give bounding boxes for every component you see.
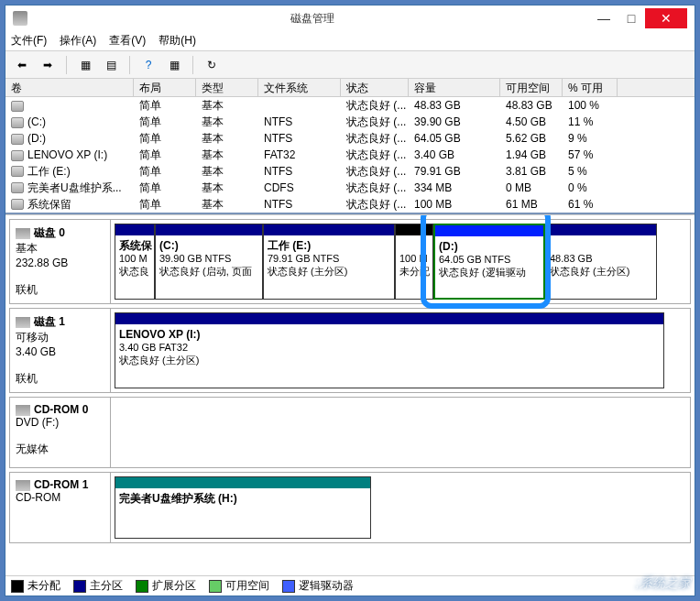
cell: FAT32 bbox=[258, 148, 341, 161]
partition[interactable]: 完美者U盘维护系统 (H:) bbox=[115, 476, 371, 539]
volume-row[interactable]: 完美者U盘维护系...简单基本CDFS状态良好 (...334 MB0 MB0 … bbox=[5, 180, 695, 196]
disk-partitions: LENOVO XP (I:)3.40 GB FAT32状态良好 (主分区) bbox=[111, 309, 690, 392]
minimize-button[interactable]: — bbox=[590, 8, 618, 28]
toolbar-btn-1[interactable]: ▦ bbox=[74, 54, 96, 76]
cell: 状态良好 (... bbox=[341, 115, 409, 130]
partition[interactable]: LENOVO XP (I:)3.40 GB FAT32状态良好 (主分区) bbox=[115, 312, 664, 388]
cell: 基本 bbox=[196, 148, 258, 163]
column-header[interactable]: 状态 bbox=[341, 79, 409, 96]
menubar: 文件(F) 操作(A) 查看(V) 帮助(H) bbox=[5, 31, 695, 51]
cell: 状态良好 (... bbox=[341, 98, 409, 114]
cell: 状态良好 (... bbox=[341, 131, 409, 147]
toolbar-separator bbox=[192, 56, 193, 74]
cell: 61 MB bbox=[500, 198, 563, 211]
partition[interactable]: 100 M未分配 bbox=[395, 224, 433, 300]
disk-info[interactable]: CD-ROM 1CD-ROM bbox=[10, 473, 111, 542]
legend-label: 可用空间 bbox=[225, 578, 269, 594]
volume-row[interactable]: (D:)简单基本NTFS状态良好 (...64.05 GB5.62 GB9 % bbox=[5, 130, 695, 147]
column-header[interactable]: 卷 bbox=[5, 79, 134, 96]
menu-action[interactable]: 操作(A) bbox=[60, 33, 96, 49]
cell: 基本 bbox=[196, 180, 258, 196]
close-button[interactable]: ✕ bbox=[645, 8, 687, 28]
column-header[interactable]: % 可用 bbox=[563, 79, 618, 96]
cell: 基本 bbox=[196, 164, 258, 180]
legend-label: 逻辑驱动器 bbox=[299, 578, 354, 594]
volume-row[interactable]: 系统保留简单基本NTFS状态良好 (...100 MB61 MB61 % bbox=[5, 196, 695, 213]
column-header[interactable]: 容量 bbox=[409, 79, 500, 96]
partition[interactable]: 48.83 GB状态良好 (主分区) bbox=[545, 224, 657, 300]
refresh-button[interactable]: ↻ bbox=[201, 54, 223, 76]
volume-icon bbox=[11, 199, 24, 210]
cell: 5.62 GB bbox=[500, 132, 563, 145]
cell: 简单 bbox=[134, 98, 196, 114]
legend-swatch bbox=[11, 580, 24, 593]
column-header[interactable]: 文件系统 bbox=[258, 79, 341, 96]
disk-info[interactable]: CD-ROM 0DVD (F:)无媒体 bbox=[10, 398, 111, 467]
disk-info[interactable]: 磁盘 1可移动3.40 GB联机 bbox=[10, 309, 111, 392]
back-button[interactable]: ⬅ bbox=[11, 54, 33, 76]
titlebar[interactable]: 磁盘管理 — □ ✕ bbox=[5, 5, 695, 31]
cell: 64.05 GB bbox=[409, 132, 500, 145]
cell: LENOVO XP (I:) bbox=[5, 148, 134, 161]
volume-row[interactable]: (C:)简单基本NTFS状态良好 (...39.90 GB4.50 GB11 % bbox=[5, 114, 695, 130]
cell: NTFS bbox=[258, 132, 341, 145]
cd-icon bbox=[16, 480, 30, 491]
menu-help[interactable]: 帮助(H) bbox=[159, 33, 196, 49]
toolbar-btn-2[interactable]: ▤ bbox=[100, 54, 122, 76]
partition-body: 系统保100 M状态良 bbox=[115, 235, 154, 299]
partition-body: (D:)64.05 GB NTFS状态良好 (逻辑驱动 bbox=[435, 236, 543, 298]
help-icon[interactable]: ? bbox=[137, 54, 159, 76]
disk-partitions: 完美者U盘维护系统 (H:) bbox=[111, 473, 690, 542]
partition-header bbox=[156, 224, 262, 235]
column-header[interactable]: 布局 bbox=[134, 79, 196, 96]
volume-list-header: 卷布局类型文件系统状态容量可用空间% 可用 bbox=[5, 79, 695, 97]
cell: 基本 bbox=[196, 98, 258, 114]
legend-item: 逻辑驱动器 bbox=[282, 578, 354, 594]
disk-icon bbox=[16, 228, 30, 239]
partition-body: 48.83 GB状态良好 (主分区) bbox=[546, 235, 656, 299]
partition[interactable]: (D:)64.05 GB NTFS状态良好 (逻辑驱动 bbox=[433, 224, 545, 300]
cell: 79.91 GB bbox=[409, 165, 500, 178]
volume-row[interactable]: LENOVO XP (I:)简单基本FAT32状态良好 (...3.40 GB1… bbox=[5, 147, 695, 163]
maximize-button[interactable]: □ bbox=[618, 8, 645, 28]
cell: 5 % bbox=[563, 165, 618, 178]
volume-icon bbox=[11, 150, 24, 161]
cell: 100 % bbox=[563, 99, 618, 112]
partition[interactable]: (C:)39.90 GB NTFS状态良好 (启动, 页面 bbox=[155, 224, 263, 300]
partition-body: (C:)39.90 GB NTFS状态良好 (启动, 页面 bbox=[156, 235, 262, 299]
disk-management-window: 磁盘管理 — □ ✕ 文件(F) 操作(A) 查看(V) 帮助(H) ⬅ ➡ ▦… bbox=[5, 5, 695, 596]
cell bbox=[5, 99, 134, 112]
partition-header bbox=[396, 224, 432, 235]
legend-item: 扩展分区 bbox=[136, 578, 196, 594]
disk-info[interactable]: 磁盘 0基本232.88 GB联机 bbox=[10, 220, 111, 303]
legend-item: 未分配 bbox=[11, 578, 60, 594]
toolbar-separator bbox=[66, 56, 67, 74]
cell: (C:) bbox=[5, 115, 134, 128]
menu-file[interactable]: 文件(F) bbox=[11, 33, 47, 49]
partition-header bbox=[264, 224, 394, 235]
cell: 57 % bbox=[563, 148, 618, 161]
column-header[interactable]: 类型 bbox=[196, 79, 258, 96]
toolbar-btn-3[interactable]: ▦ bbox=[163, 54, 185, 76]
menu-view[interactable]: 查看(V) bbox=[109, 33, 146, 49]
volume-list-body: 简单基本状态良好 (...48.83 GB48.83 GB100 %(C:)简单… bbox=[5, 97, 695, 213]
cell: 4.50 GB bbox=[500, 115, 563, 128]
disk-row: 磁盘 1可移动3.40 GB联机LENOVO XP (I:)3.40 GB FA… bbox=[9, 308, 691, 393]
cell: 11 % bbox=[563, 115, 618, 128]
cell: 工作 (E:) bbox=[5, 164, 134, 180]
partition-header bbox=[115, 477, 370, 488]
partition-header bbox=[435, 225, 543, 236]
partition[interactable]: 系统保100 M状态良 bbox=[115, 224, 155, 300]
volume-row[interactable]: 简单基本状态良好 (...48.83 GB48.83 GB100 % bbox=[5, 97, 695, 114]
cell: 48.83 GB bbox=[409, 99, 500, 112]
forward-button[interactable]: ➡ bbox=[37, 54, 59, 76]
disk-icon bbox=[16, 317, 30, 328]
legend-label: 未分配 bbox=[27, 578, 60, 594]
volume-row[interactable]: 工作 (E:)简单基本NTFS状态良好 (...79.91 GB3.81 GB5… bbox=[5, 163, 695, 180]
column-header[interactable]: 可用空间 bbox=[500, 79, 563, 96]
partition[interactable]: 工作 (E:)79.91 GB NTFS状态良好 (主分区) bbox=[263, 224, 395, 300]
cell: 1.94 GB bbox=[500, 148, 563, 161]
cell: 简单 bbox=[134, 197, 196, 213]
cell: 48.83 GB bbox=[500, 99, 563, 112]
disk-row: CD-ROM 1CD-ROM完美者U盘维护系统 (H:) bbox=[9, 472, 691, 543]
